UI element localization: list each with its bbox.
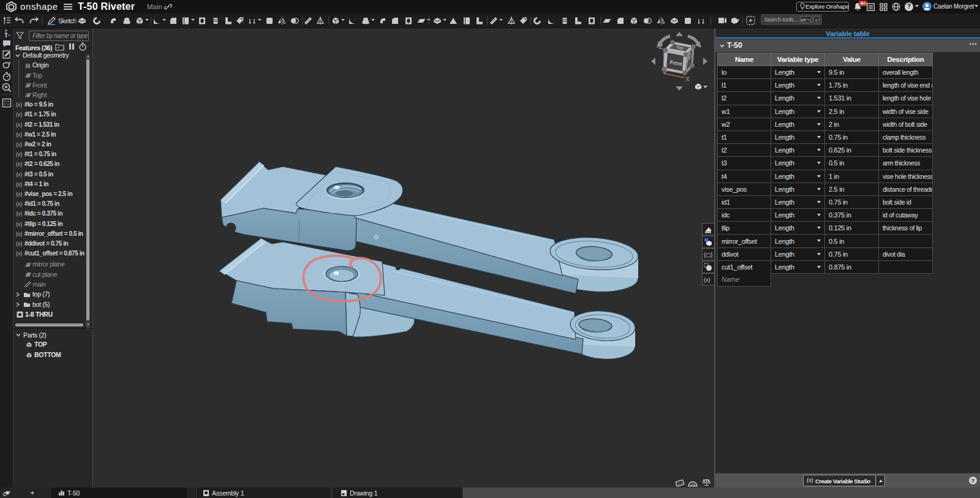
svg-text:X: X xyxy=(685,76,690,83)
svg-text:{▢}: {▢} xyxy=(704,252,712,258)
svg-text:?: ? xyxy=(8,61,11,66)
svg-text:+: + xyxy=(8,32,11,39)
svg-text:Z: Z xyxy=(659,43,663,50)
svg-text:(x): (x) xyxy=(704,277,710,283)
svg-text:+: + xyxy=(57,45,60,51)
